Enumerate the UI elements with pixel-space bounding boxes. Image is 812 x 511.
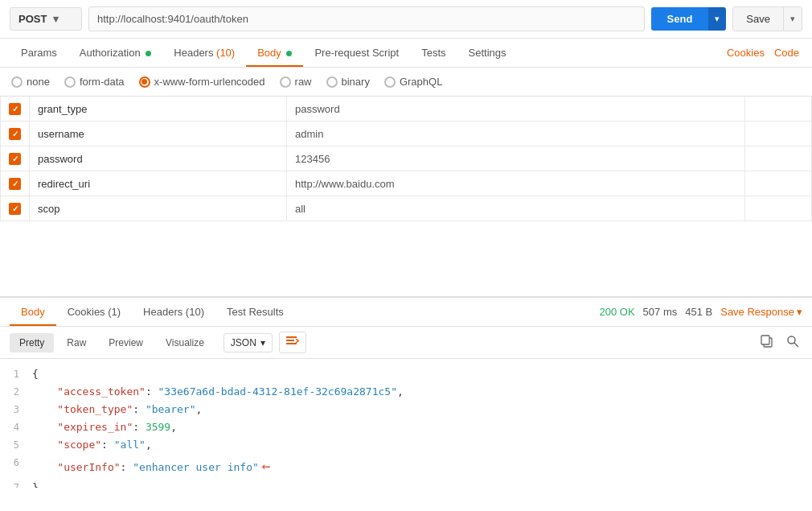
search-button[interactable] [783, 332, 802, 353]
tab-params[interactable]: Params [10, 39, 68, 67]
json-line-7: 7 } [0, 479, 812, 488]
resp-tab-body[interactable]: Body [10, 298, 56, 326]
code-link[interactable]: Code [771, 39, 802, 67]
line-num-5: 5 [0, 436, 32, 453]
tab-authorization[interactable]: Authorization [68, 39, 163, 67]
row2-value[interactable]: admin [287, 122, 745, 146]
response-section: Body Cookies (1) Headers (10) Test Resul… [0, 298, 812, 511]
row1-key[interactable]: grant_type [30, 97, 287, 122]
body-type-form-data-label: form-data [80, 76, 125, 88]
svg-line-6 [794, 343, 798, 347]
view-visualize-button[interactable]: Visualize [156, 333, 214, 352]
body-type-urlencoded[interactable]: x-www-form-urlencoded [139, 76, 265, 88]
status-ok-badge: 200 OK [600, 306, 635, 318]
tab-pre-request[interactable]: Pre-request Script [303, 39, 410, 67]
body-type-graphql[interactable]: GraphQL [384, 76, 442, 88]
svg-point-5 [788, 336, 795, 344]
body-type-binary-label: binary [342, 76, 370, 88]
line-content-6: "userInfo": "enhancer user info"← [32, 454, 812, 479]
json-line-6: 6 "userInfo": "enhancer user info"← [0, 454, 812, 479]
body-type-raw[interactable]: raw [280, 76, 312, 88]
svg-rect-0 [286, 336, 297, 338]
response-status-bar: 200 OK 507 ms 451 B Save Response ▾ [600, 306, 803, 318]
copy-button[interactable] [757, 332, 777, 353]
body-type-binary[interactable]: binary [326, 76, 370, 88]
body-type-graphql-label: GraphQL [400, 76, 442, 88]
annotation-arrow: ← [262, 457, 271, 474]
line-content-1: { [32, 365, 812, 383]
save-dropdown-button[interactable]: ▾ [783, 7, 802, 31]
method-select[interactable]: POST ▾ [10, 7, 82, 31]
wrap-button[interactable] [279, 332, 306, 353]
table-row: password 123456 [1, 146, 812, 171]
line-num-7: 7 [0, 479, 32, 488]
request-tab-bar: Params Authorization Headers (10) Body P… [0, 39, 812, 68]
format-label: JSON [231, 337, 256, 348]
wrap-icon [286, 336, 299, 347]
line-content-2: "access_token": "33e67a6d-bdad-4312-81ef… [32, 383, 812, 401]
row5-key[interactable]: scop [30, 196, 287, 221]
row5-value[interactable]: all [287, 196, 745, 221]
row5-checkbox[interactable] [9, 203, 21, 215]
radio-none-icon [11, 76, 23, 88]
tab-headers[interactable]: Headers (10) [162, 39, 246, 67]
url-input[interactable] [88, 6, 645, 31]
row4-checkbox[interactable] [9, 178, 21, 190]
resp-tab-test-results[interactable]: Test Results [215, 298, 295, 326]
cookies-link[interactable]: Cookies [724, 39, 768, 67]
row2-desc [745, 122, 812, 146]
body-dot [286, 51, 292, 56]
table-row: username admin [1, 122, 812, 146]
line-num-4: 4 [0, 418, 32, 435]
row1-value[interactable]: password [287, 97, 745, 122]
tab-right-links: Cookies Code [724, 39, 802, 67]
method-label: POST [18, 13, 47, 25]
row3-checkbox[interactable] [9, 153, 21, 165]
row3-key[interactable]: password [30, 146, 287, 171]
svg-rect-4 [761, 336, 769, 344]
search-icon [786, 335, 799, 348]
body-type-none[interactable]: none [11, 76, 50, 88]
json-line-3: 3 "token_type": "bearer", [0, 401, 812, 418]
save-button-group: Save ▾ [732, 6, 802, 31]
row2-key[interactable]: username [30, 122, 287, 146]
line-num-1: 1 [0, 365, 32, 382]
row2-checkbox[interactable] [9, 128, 21, 140]
send-dropdown-button[interactable]: ▾ [708, 7, 726, 31]
save-response-button[interactable]: Save Response ▾ [720, 306, 802, 318]
radio-urlencoded-icon [139, 76, 150, 88]
row4-desc [745, 171, 812, 196]
format-caret-icon: ▾ [260, 337, 265, 348]
resp-tab-headers[interactable]: Headers (10) [132, 298, 215, 326]
tab-settings[interactable]: Settings [457, 39, 518, 67]
view-pretty-button[interactable]: Pretty [10, 333, 54, 352]
row4-value[interactable]: http://www.baidu.com [287, 171, 745, 196]
viewer-toolbar: Pretty Raw Preview Visualize JSON ▾ [0, 327, 812, 359]
body-type-form-data[interactable]: form-data [64, 76, 125, 88]
radio-raw-icon [280, 76, 291, 88]
view-preview-button[interactable]: Preview [99, 333, 153, 352]
response-size: 451 B [685, 306, 712, 318]
line-num-3: 3 [0, 401, 32, 418]
headers-badge: (10) [216, 47, 235, 59]
line-content-5: "scope": "all", [32, 436, 812, 454]
radio-binary-icon [326, 76, 338, 88]
line-num-2: 2 [0, 383, 32, 400]
line-content-3: "token_type": "bearer", [32, 401, 812, 418]
json-viewer: 1 { 2 "access_token": "33e67a6d-bdad-431… [0, 359, 812, 488]
view-raw-button[interactable]: Raw [57, 333, 96, 352]
save-response-caret-icon: ▾ [797, 306, 802, 318]
send-button[interactable]: Send [651, 7, 709, 31]
row1-desc [745, 97, 812, 122]
tab-body[interactable]: Body [246, 39, 303, 67]
resp-tab-cookies[interactable]: Cookies (1) [56, 298, 132, 326]
format-select[interactable]: JSON ▾ [224, 333, 273, 352]
table-row: scop all [1, 196, 812, 221]
save-button[interactable]: Save [733, 7, 783, 31]
row3-value[interactable]: 123456 [287, 146, 745, 171]
tab-tests[interactable]: Tests [410, 39, 457, 67]
viewer-right-actions [757, 332, 802, 353]
row4-key[interactable]: redirect_uri [30, 171, 287, 196]
row1-checkbox[interactable] [9, 103, 21, 115]
body-type-raw-label: raw [295, 76, 312, 88]
